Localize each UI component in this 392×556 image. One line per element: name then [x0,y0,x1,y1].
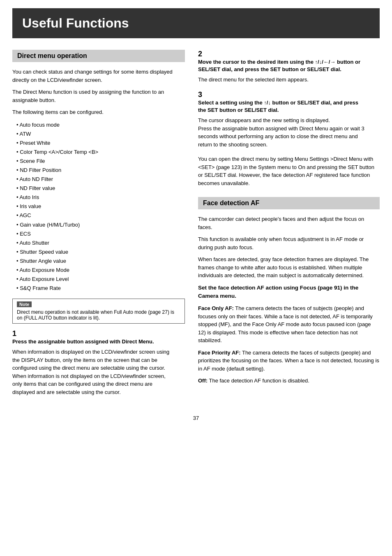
left-column: Direct menu operation You can check stat… [12,50,185,403]
face-intro-3: When faces are detected, gray face detec… [198,255,380,280]
step-3-content: Select a setting using the ↑/↓ button or… [198,99,367,148]
list-item: Shutter Speed value [16,248,185,257]
right-column: 2 Move the cursor to the desired item us… [198,50,380,403]
direct-menu-section-title: Direct menu operation [12,50,185,62]
face-off-item: Off: The face detection AF function is d… [198,377,380,385]
list-item: Preset White [16,139,185,148]
note-label: Note [17,301,32,307]
face-priority-af-item: Face Priority AF: The camera detects the… [198,349,380,373]
note-box: Note Direct menu operation is not availa… [12,299,185,324]
face-only-af-item: Face Only AF: The camera detects the fac… [198,304,380,345]
face-off-text: The face detection AF function is disabl… [209,378,309,384]
face-off-label: Off: [198,378,208,384]
bullet-list: Auto focus mode ATW Preset White Color T… [12,120,185,293]
list-item: S&Q Frame Rate [16,284,185,293]
list-item: Iris value [16,202,185,211]
step-3-number: 3 [198,90,207,99]
list-item: ECS [16,229,185,239]
list-item: Auto Exposure Level [16,275,185,284]
left-intro-3: The following items can be configured. [12,108,185,116]
face-intro-2: This function is available only when foc… [198,235,380,251]
step-1-content: Press the assignable button assigned wit… [12,338,173,396]
list-item: Auto ND Filter [16,175,185,184]
face-detection-title: Face detection AF [198,197,380,209]
list-item: ATW [16,130,185,139]
left-intro-2: The Direct Menu function is used by assi… [12,88,185,104]
list-item: Auto Exposure Mode [16,266,185,275]
face-action-heading: Set the face detection AF action using F… [198,284,380,301]
list-item: ND Filter Position [16,166,185,175]
step-3: 3 Select a setting using the ↑/↓ button … [198,90,380,148]
list-item: AGC [16,211,185,220]
list-item: ND Filter value [16,184,185,193]
note-text: Direct menu operation is not available w… [17,309,180,321]
step-2-body: The direct menu for the selected item ap… [198,76,367,84]
step-2-number: 2 [198,50,207,58]
step-2: 2 Move the cursor to the desired item us… [198,50,380,84]
list-item: Gain value (H/M/L/Turbo) [16,220,185,229]
step-1-number: 1 [12,329,21,338]
list-item: Auto Iris [16,193,185,202]
list-item: Scene File [16,157,185,166]
page-title: Useful Functions [12,8,380,38]
list-item: Auto focus mode [16,120,185,130]
face-detection-section: Face detection AF The camcorder can dete… [198,197,380,385]
step-3-heading: Select a setting using the ↑/↓ button or… [198,99,367,114]
closing-paragraph: You can open the direct menu by setting … [198,155,380,187]
list-item: Auto Shutter [16,239,185,248]
face-only-af-label: Face Only AF: [198,305,234,311]
list-item: Color Temp <A>/Color Temp <B> [16,148,185,157]
face-priority-af-label: Face Priority AF: [198,350,241,356]
face-intro-1: The camcorder can detect people's faces … [198,215,380,231]
step-2-content: Move the cursor to the desired item usin… [198,58,367,84]
page-number: 37 [12,415,380,421]
left-intro-1: You can check status and change settings… [12,68,185,84]
step-1-heading: Press the assignable button assigned wit… [12,338,173,345]
list-item: Shutter Angle value [16,257,185,266]
step-1-body: When information is displayed on the LCD… [12,348,173,396]
step-2-heading: Move the cursor to the desired item usin… [198,58,367,73]
step-1: 1 Press the assignable button assigned w… [12,329,185,396]
step-3-body: The cursor disappears and the new settin… [198,116,367,148]
